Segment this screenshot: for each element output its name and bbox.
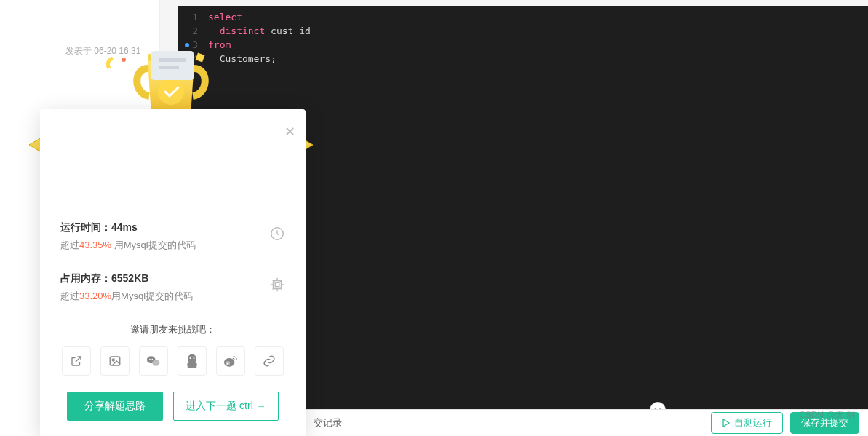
runtime-percent: 43.35% xyxy=(79,239,111,250)
arrow-right-icon: → xyxy=(256,400,266,412)
svg-rect-11 xyxy=(275,282,279,287)
svg-point-19 xyxy=(156,362,157,362)
runtime-value: 44ms xyxy=(111,221,138,233)
memory-label: 占用内存： xyxy=(60,272,111,284)
svg-point-23 xyxy=(194,366,197,368)
share-row xyxy=(60,346,285,376)
code-line[interactable]: 1select xyxy=(178,10,868,24)
memory-percent: 33.20% xyxy=(79,290,111,301)
post-timestamp: 发表于 06-20 16:31 xyxy=(65,45,140,58)
svg-point-17 xyxy=(152,359,154,360)
memory-row: 占用内存：6552KB 超过33.20%用Mysql提交的代码 xyxy=(60,272,285,303)
svg-rect-6 xyxy=(159,66,179,69)
chip-icon xyxy=(269,277,285,296)
svg-point-27 xyxy=(226,361,230,365)
success-modal: ✕ 运行时间：44ms 超过43.35% 用Mysql提交的代码 占用内存：65… xyxy=(40,109,306,436)
weibo-icon[interactable] xyxy=(216,346,245,376)
code-line[interactable]: 2 distinct cust_id xyxy=(178,24,868,38)
svg-point-13 xyxy=(112,359,114,361)
code-line[interactable]: 4 Customers; xyxy=(178,52,868,66)
qq-icon[interactable] xyxy=(178,346,207,376)
self-test-run-button[interactable]: 自测运行 xyxy=(711,412,783,434)
link-icon[interactable] xyxy=(255,346,284,376)
play-icon xyxy=(722,419,730,427)
open-external-icon[interactable] xyxy=(62,346,91,376)
svg-point-24 xyxy=(190,357,191,359)
code-line[interactable]: 3from xyxy=(178,38,868,52)
memory-value: 6552KB xyxy=(111,272,148,284)
svg-point-22 xyxy=(188,366,191,368)
share-solution-button[interactable]: 分享解题思路 xyxy=(67,392,163,421)
next-question-button[interactable]: 进入下一题 ctrl → xyxy=(173,392,279,421)
svg-point-15 xyxy=(152,360,159,365)
runtime-row: 运行时间：44ms 超过43.35% 用Mysql提交的代码 xyxy=(60,221,285,252)
runtime-label: 运行时间： xyxy=(60,221,111,233)
save-submit-button[interactable]: 保存并提交 xyxy=(790,412,859,434)
run-button-label: 自测运行 xyxy=(734,416,772,429)
svg-point-25 xyxy=(194,357,195,359)
next-button-label: 进入下一题 ctrl xyxy=(186,400,253,413)
close-icon[interactable]: ✕ xyxy=(284,125,295,138)
image-icon[interactable] xyxy=(100,346,130,376)
clock-icon xyxy=(269,226,285,245)
wechat-icon[interactable] xyxy=(139,346,168,376)
svg-point-28 xyxy=(227,363,228,365)
svg-point-16 xyxy=(149,359,151,360)
invite-title: 邀请朋友来挑战吧： xyxy=(60,323,285,336)
svg-rect-12 xyxy=(110,357,120,365)
svg-point-18 xyxy=(154,362,155,362)
